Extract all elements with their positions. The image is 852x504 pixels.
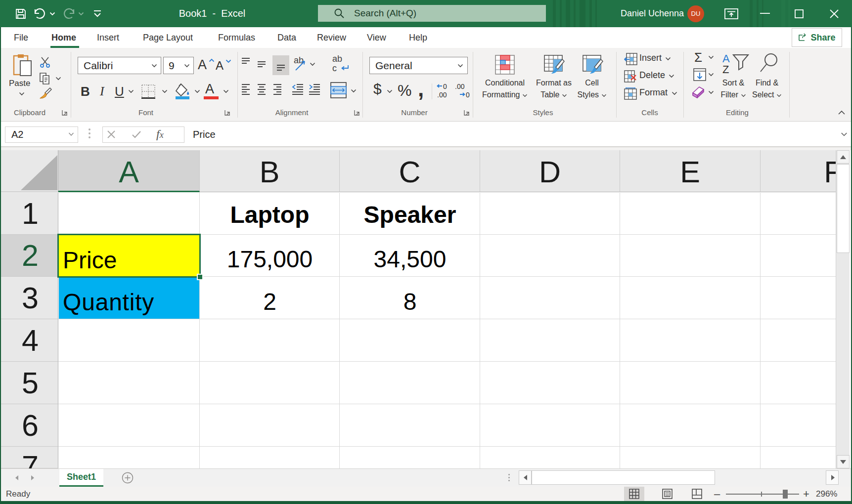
svg-text:.00: .00: [455, 83, 465, 90]
svg-text:0: 0: [443, 83, 447, 90]
svg-text:.00: .00: [437, 91, 447, 99]
svg-text:0: 0: [466, 91, 470, 99]
